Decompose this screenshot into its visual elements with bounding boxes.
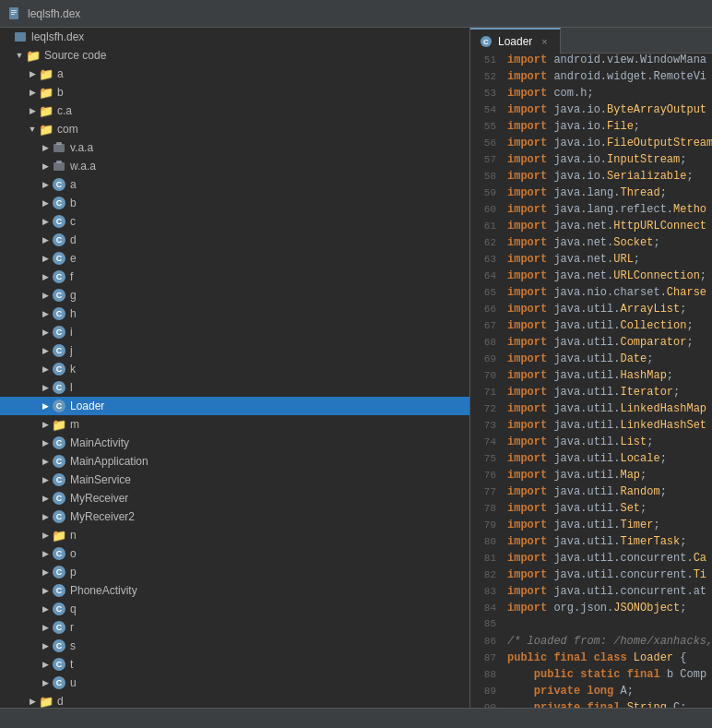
code-line: 75import java.util.Locale; xyxy=(470,452,712,469)
tree-icon-folder: 📁 xyxy=(39,85,53,100)
tree-arrow: ▶ xyxy=(39,346,52,355)
sidebar-item-c.a[interactable]: ▶📁c.a xyxy=(0,101,469,120)
tree-icon-class: C xyxy=(52,269,66,284)
code-line: 59import java.lang.Thread; xyxy=(470,186,712,203)
line-number: 57 xyxy=(470,154,504,165)
sidebar-item-com-s[interactable]: ▶Cs xyxy=(0,637,469,655)
sidebar-item-com-j[interactable]: ▶Cj xyxy=(0,341,469,360)
line-code: import java.util.Date; xyxy=(504,352,712,365)
code-line: 74import java.util.List; xyxy=(470,436,712,452)
line-code: import java.lang.reflect.Metho xyxy=(504,203,712,216)
tree-arrow: ▶ xyxy=(39,494,52,503)
sidebar-item-MainActivity[interactable]: ▶CMainActivity xyxy=(0,434,469,452)
sidebar-item-MainService[interactable]: ▶CMainService xyxy=(0,471,469,489)
sidebar-item-d-folder[interactable]: ▶📁d xyxy=(0,692,469,708)
sidebar-item-com-r[interactable]: ▶Cr xyxy=(0,618,469,637)
tree-icon-class: C xyxy=(52,620,66,635)
line-code: public final class Loader { xyxy=(504,651,712,664)
sidebar-item-source-code[interactable]: ▼📁Source code xyxy=(0,46,469,65)
sidebar-item-com-g[interactable]: ▶Cg xyxy=(0,286,469,304)
tree-icon-class: C xyxy=(52,565,66,579)
sidebar-item-com-d[interactable]: ▶Cd xyxy=(0,231,469,249)
sidebar-item-com-c[interactable]: ▶Cc xyxy=(0,212,469,231)
sidebar-item-com-n[interactable]: ▶📁n xyxy=(0,526,469,544)
tree-icon-class: C xyxy=(52,436,66,450)
tree-arrow: ▼ xyxy=(13,51,26,60)
line-code: import java.net.URL; xyxy=(504,253,712,266)
sidebar-item-MyReceiver[interactable]: ▶CMyReceiver xyxy=(0,489,469,507)
code-line: 90 private final String C; xyxy=(470,701,712,708)
code-panel: C Loader × 51import android.view.WindowM… xyxy=(470,28,712,708)
tree-icon-class: C xyxy=(52,306,66,321)
line-number: 59 xyxy=(470,187,504,198)
code-content[interactable]: 51import android.view.WindowMana52import… xyxy=(470,54,712,708)
code-line: 76import java.util.Map; xyxy=(470,469,712,485)
tab-close-button[interactable]: × xyxy=(538,35,551,48)
tree-label: f xyxy=(70,270,469,283)
code-line: 87public final class Loader { xyxy=(470,651,712,668)
line-number: 62 xyxy=(470,237,504,248)
sidebar-item-com-e[interactable]: ▶Ce xyxy=(0,249,469,268)
tree-arrow: ▶ xyxy=(39,198,52,208)
code-line: 88 public static final b Comp xyxy=(470,668,712,685)
line-code: import android.widget.RemoteVi xyxy=(504,70,712,83)
sidebar-item-b[interactable]: ▶📁b xyxy=(0,83,469,101)
tree-icon-package xyxy=(52,159,66,173)
tree-label: g xyxy=(70,289,469,302)
sidebar-item-a[interactable]: ▶📁a xyxy=(0,65,469,83)
sidebar-item-com-b[interactable]: ▶Cb xyxy=(0,194,469,212)
tree-label: a xyxy=(57,67,469,80)
line-number: 81 xyxy=(470,553,504,564)
code-line: 80import java.util.TimerTask; xyxy=(470,535,712,552)
tree-label: r xyxy=(70,621,469,634)
sidebar-item-com[interactable]: ▼📁com xyxy=(0,120,469,138)
tree-arrow: ▶ xyxy=(26,69,39,78)
line-code: import java.util.Locale; xyxy=(504,452,712,465)
sidebar-item-com-i[interactable]: ▶Ci xyxy=(0,323,469,341)
sidebar-item-v.a.a[interactable]: ▶v.a.a xyxy=(0,138,469,157)
sidebar-item-com-k[interactable]: ▶Ck xyxy=(0,360,469,378)
tree-label: Loader xyxy=(70,400,469,412)
sidebar-item-com-l[interactable]: ▶Cl xyxy=(0,378,469,397)
line-number: 71 xyxy=(470,387,504,398)
sidebar-item-com-m[interactable]: ▶📁m xyxy=(0,415,469,434)
sidebar-item-MainApplication[interactable]: ▶CMainApplication xyxy=(0,452,469,471)
sidebar-item-com-t[interactable]: ▶Ct xyxy=(0,655,469,674)
sidebar-item-com-u[interactable]: ▶Cu xyxy=(0,674,469,692)
line-code: import java.util.concurrent.at xyxy=(504,585,712,598)
code-line: 66import java.util.ArrayList; xyxy=(470,303,712,319)
line-code: import java.util.Comparator; xyxy=(504,336,712,349)
line-code: import java.net.URLConnection; xyxy=(504,269,712,282)
sidebar-item-com-o[interactable]: ▶Co xyxy=(0,544,469,563)
sidebar-item-Loader[interactable]: ▶CLoader xyxy=(0,397,469,415)
tree-arrow: ▶ xyxy=(39,623,52,632)
tab-loader[interactable]: C Loader × xyxy=(470,28,561,54)
tab-bar: C Loader × xyxy=(470,28,712,54)
sidebar-item-PhoneActivity[interactable]: ▶CPhoneActivity xyxy=(0,581,469,600)
sidebar-item-com-a[interactable]: ▶Ca xyxy=(0,175,469,194)
sidebar-item-com-q[interactable]: ▶Cq xyxy=(0,600,469,618)
sidebar-item-com-p[interactable]: ▶Cp xyxy=(0,563,469,581)
line-number: 67 xyxy=(470,320,504,331)
line-number: 73 xyxy=(470,420,504,431)
sidebar-item-com-f[interactable]: ▶Cf xyxy=(0,268,469,286)
tree-arrow: ▶ xyxy=(39,217,52,226)
tree-label: a xyxy=(70,178,469,191)
tree-arrow: ▼ xyxy=(26,125,39,134)
code-line: 83import java.util.concurrent.at xyxy=(470,585,712,602)
code-line: 81import java.util.concurrent.Ca xyxy=(470,552,712,568)
sidebar-item-MyReceiver2[interactable]: ▶CMyReceiver2 xyxy=(0,507,469,526)
tree-arrow: ▶ xyxy=(39,604,52,614)
line-code: import java.io.ByteArrayOutput xyxy=(504,103,712,116)
tree-icon-class: C xyxy=(52,343,66,358)
tree-label: c xyxy=(70,215,469,228)
line-code: private long A; xyxy=(504,685,712,698)
tree-arrow: ▶ xyxy=(39,475,52,484)
sidebar-item-w.a.a[interactable]: ▶w.a.a xyxy=(0,157,469,175)
sidebar-item-root[interactable]: leqlsfh.dex xyxy=(0,28,469,46)
tree-label: d xyxy=(57,695,469,708)
tree-label: k xyxy=(70,363,469,376)
sidebar-item-com-h[interactable]: ▶Ch xyxy=(0,304,469,323)
tree-arrow: ▶ xyxy=(39,420,52,429)
tree-arrow: ▶ xyxy=(39,143,52,152)
